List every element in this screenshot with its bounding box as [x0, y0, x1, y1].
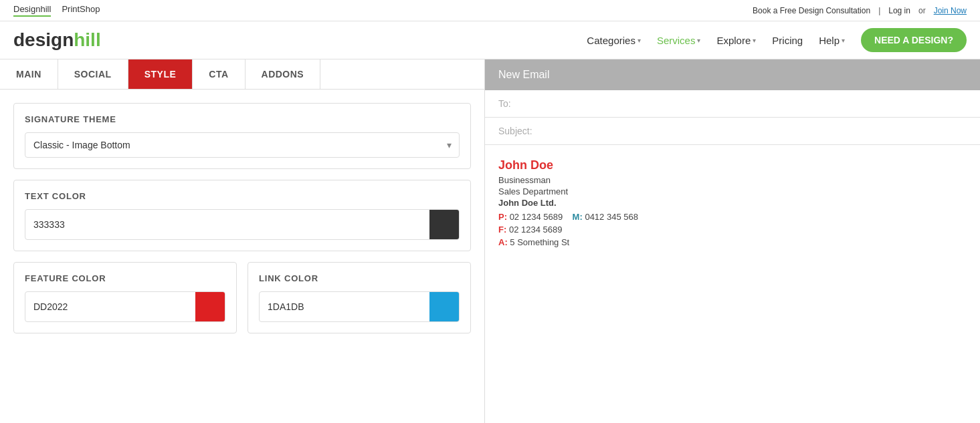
main-layout: MAIN SOCIAL STYLE CTA ADDONS SIGNATURE T… — [0, 59, 980, 423]
sig-address-row: A: 5 Something St — [498, 237, 967, 247]
signature-theme-label: SIGNATURE THEME — [25, 114, 460, 124]
nav-pricing[interactable]: Pricing — [765, 31, 809, 50]
sig-title: Businessman — [498, 175, 967, 185]
sig-fax-label: F: — [498, 225, 506, 235]
email-window-title: New Email — [485, 59, 980, 90]
topbar-link-printshop[interactable]: PrintShop — [62, 4, 100, 17]
signature-theme-select[interactable]: Classic - Image Bottom Classic - Image T… — [25, 132, 460, 158]
text-color-input-row — [25, 209, 460, 240]
nav-services[interactable]: Services ▾ — [650, 31, 708, 50]
nav-explore[interactable]: Explore ▾ — [710, 31, 763, 50]
logo-design: design — [13, 29, 74, 51]
email-subject-field: Subject: — [485, 118, 980, 145]
separator: | — [878, 6, 880, 15]
tabs-bar: MAIN SOCIAL STYLE CTA ADDONS — [0, 59, 484, 90]
tab-style[interactable]: STYLE — [128, 59, 193, 89]
tab-cta[interactable]: CTA — [193, 59, 245, 89]
sig-phone-value: 02 1234 5689 — [510, 212, 563, 222]
feature-color-input[interactable] — [25, 295, 195, 319]
email-window: New Email To: Subject: John Doe Business… — [485, 59, 980, 423]
email-body: John Doe Businessman Sales Department Jo… — [485, 145, 980, 423]
sig-phone-row: P: 02 1234 5689 M: 0412 345 568 — [498, 212, 967, 222]
top-bar-left: Designhill PrintShop — [13, 4, 100, 17]
sig-fax-row: F: 02 1234 5689 — [498, 225, 967, 235]
email-to-field: To: — [485, 90, 980, 118]
sig-fax-value: 02 1234 5689 — [509, 225, 563, 235]
consultation-link[interactable]: Book a Free Design Consultation — [753, 6, 870, 15]
top-bar: Designhill PrintShop Book a Free Design … — [0, 0, 980, 21]
signature-theme-select-wrapper: Classic - Image Bottom Classic - Image T… — [25, 132, 460, 158]
join-link[interactable]: Join Now — [934, 6, 967, 15]
explore-chevron-icon: ▾ — [753, 37, 756, 44]
logo[interactable]: designhill — [13, 29, 101, 51]
tab-addons[interactable]: ADDONS — [246, 59, 321, 89]
feature-color-input-row — [25, 291, 225, 322]
sig-address-label: A: — [498, 237, 508, 247]
categories-chevron-icon: ▾ — [638, 37, 641, 44]
help-chevron-icon: ▾ — [842, 37, 845, 44]
need-design-button[interactable]: NEED A DESIGN? — [861, 28, 967, 52]
sig-name: John Doe — [498, 158, 967, 172]
signature-theme-section: SIGNATURE THEME Classic - Image Bottom C… — [13, 103, 471, 169]
nav-help[interactable]: Help ▾ — [812, 31, 852, 50]
logo-hill: hill — [74, 29, 100, 51]
or-text: or — [918, 6, 926, 15]
sig-address-value: 5 Something St — [510, 237, 569, 247]
topbar-link-designhill[interactable]: Designhill — [13, 4, 51, 17]
feature-color-label: FEATURE COLOR — [25, 273, 225, 283]
text-color-label: TEXT COLOR — [25, 191, 460, 201]
link-color-input[interactable] — [260, 295, 429, 319]
link-color-input-row — [259, 291, 460, 322]
header: designhill Categories ▾ Services ▾ Explo… — [0, 21, 980, 59]
text-color-input[interactable] — [25, 213, 429, 237]
main-nav: Categories ▾ Services ▾ Explore ▾ Pricin… — [580, 28, 967, 52]
text-color-swatch[interactable] — [429, 210, 459, 239]
services-chevron-icon: ▾ — [697, 37, 700, 44]
right-panel: New Email To: Subject: John Doe Business… — [485, 59, 980, 423]
two-col-colors: FEATURE COLOR LINK COLOR — [13, 262, 471, 344]
link-color-swatch[interactable] — [429, 292, 459, 321]
style-content: SIGNATURE THEME Classic - Image Bottom C… — [0, 90, 484, 423]
link-color-section: LINK COLOR — [248, 262, 471, 333]
link-color-label: LINK COLOR — [259, 273, 460, 283]
tab-main[interactable]: MAIN — [0, 59, 58, 89]
feature-color-swatch[interactable] — [195, 292, 225, 321]
login-link[interactable]: Log in — [888, 6, 910, 15]
sig-dept: Sales Department — [498, 186, 967, 196]
text-color-section: TEXT COLOR — [13, 180, 471, 251]
tab-social[interactable]: SOCIAL — [58, 59, 128, 89]
sig-company: John Doe Ltd. — [498, 198, 967, 208]
sig-mobile-label: M: — [573, 212, 583, 222]
feature-color-section: FEATURE COLOR — [13, 262, 237, 333]
sig-mobile-value: 0412 345 568 — [585, 212, 638, 222]
nav-categories[interactable]: Categories ▾ — [580, 31, 648, 50]
sig-phone-label: P: — [498, 212, 507, 222]
left-panel: MAIN SOCIAL STYLE CTA ADDONS SIGNATURE T… — [0, 59, 485, 423]
